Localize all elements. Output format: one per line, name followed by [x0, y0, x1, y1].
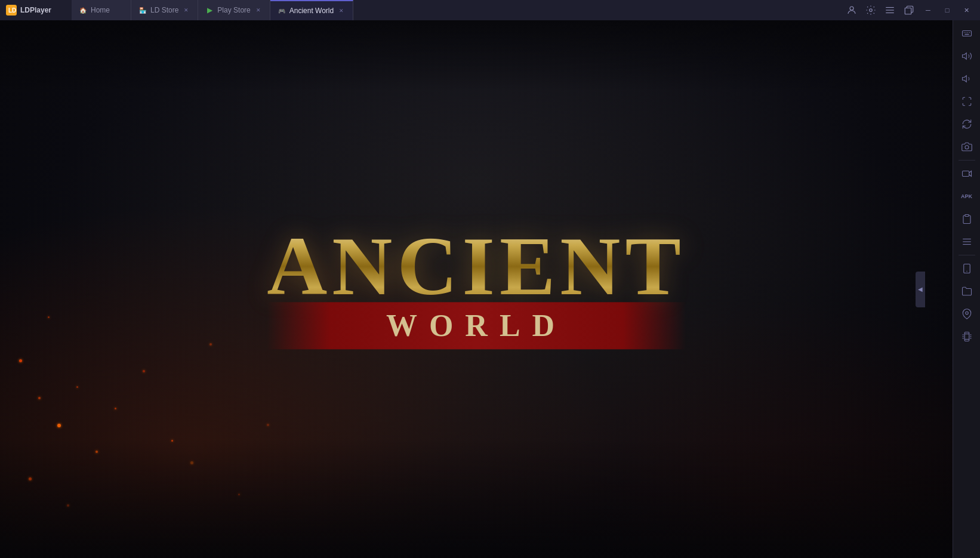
top-vignette	[0, 20, 953, 92]
tab-ancient-world-label: Ancient World	[289, 7, 334, 15]
apk-button[interactable]: APK	[956, 186, 978, 207]
logo-area: LD LDPlayer	[0, 5, 72, 16]
phone-button[interactable]	[956, 258, 978, 279]
shake-button[interactable]	[956, 326, 978, 347]
window-controls: ─ □ ✕	[838, 0, 980, 20]
location-button[interactable]	[956, 303, 978, 325]
svg-text:LD: LD	[8, 7, 16, 14]
titlebar: LD LDPlayer 🏠 Home 🏪 LD Store ✕ ▶ Play S…	[0, 0, 980, 20]
svg-rect-7	[905, 8, 911, 14]
ldplayer-logo-icon: LD	[6, 5, 17, 16]
svg-marker-15	[962, 76, 966, 82]
ldplayer-logo-text: LDPlayer	[20, 6, 51, 14]
screenshot-button[interactable]	[956, 136, 978, 158]
tab-ld-store-label: LD Store	[150, 6, 178, 14]
clipboard-button[interactable]	[956, 208, 978, 230]
svg-point-3	[870, 9, 873, 12]
tab-ancient-world[interactable]: 🎮 Ancient World ✕	[270, 0, 353, 20]
main-layout: ANCIENT WORLD ◀	[0, 20, 980, 558]
svg-marker-14	[962, 53, 966, 60]
keyboard-button[interactable]	[956, 23, 978, 44]
minimize-button[interactable]: ─	[919, 3, 937, 17]
svg-rect-8	[962, 31, 971, 36]
ld-store-icon: 🏪	[138, 6, 147, 14]
folder-button[interactable]	[956, 280, 978, 302]
play-store-icon: ▶	[205, 6, 214, 14]
rotate-button[interactable]	[956, 113, 978, 135]
toolbar-settings-icon[interactable]	[862, 3, 880, 17]
tab-home[interactable]: 🏠 Home	[72, 0, 131, 20]
svg-rect-17	[962, 171, 969, 177]
svg-point-24	[965, 312, 968, 315]
home-icon: 🏠	[79, 6, 87, 14]
tab-ld-store[interactable]: 🏪 LD Store ✕	[131, 0, 198, 20]
side-panel-toggle[interactable]: ◀	[916, 272, 925, 307]
tab-home-label: Home	[91, 6, 110, 14]
sidebar-divider-2	[959, 255, 975, 255]
game-viewport[interactable]: ANCIENT WORLD ◀	[0, 20, 953, 558]
tab-ld-store-close[interactable]: ✕	[182, 6, 190, 14]
toolbar-menu-icon[interactable]	[881, 3, 899, 17]
svg-rect-18	[965, 215, 969, 217]
tab-ancient-world-close[interactable]: ✕	[337, 7, 346, 15]
settings-button[interactable]	[956, 231, 978, 252]
svg-point-2	[850, 7, 853, 10]
tab-play-store-label: Play Store	[217, 6, 250, 14]
sidebar-divider-1	[959, 160, 975, 161]
fullscreen-button[interactable]	[956, 91, 978, 112]
toolbar-restore-icon[interactable]	[900, 3, 918, 17]
maximize-button[interactable]: □	[938, 3, 956, 17]
volume-up-button[interactable]	[956, 45, 978, 67]
tab-play-store[interactable]: ▶ Play Store ✕	[198, 0, 270, 20]
side-tab-arrow: ◀	[918, 286, 923, 292]
close-button[interactable]: ✕	[957, 3, 975, 17]
volume-down-button[interactable]	[956, 68, 978, 90]
ancient-world-icon: 🎮	[278, 7, 286, 15]
toolbar-user-icon[interactable]	[843, 3, 861, 17]
record-button[interactable]	[956, 163, 978, 184]
svg-rect-25	[964, 332, 969, 341]
right-sidebar: APK	[953, 20, 980, 558]
tab-play-store-close[interactable]: ✕	[254, 6, 263, 14]
svg-point-16	[965, 146, 969, 149]
tabs-container: 🏠 Home 🏪 LD Store ✕ ▶ Play Store ✕ 🎮 Anc…	[72, 0, 838, 20]
bottom-vignette	[0, 439, 953, 558]
